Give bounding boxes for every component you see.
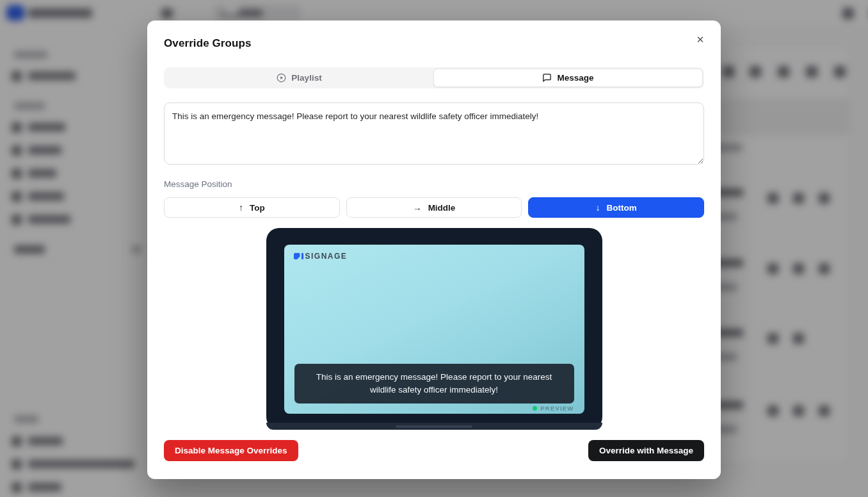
tv-frame: SIGNAGE This is an emergency message! Pl… bbox=[266, 228, 602, 430]
preview-screen: SIGNAGE This is an emergency message! Pl… bbox=[284, 245, 584, 414]
preview-badge: PREVIEW bbox=[533, 405, 574, 412]
tab-message[interactable]: Message bbox=[433, 69, 703, 87]
preview-message-text: This is an emergency message! Please rep… bbox=[314, 371, 555, 396]
pisignage-logo-text: SIGNAGE bbox=[305, 252, 348, 261]
modal-title: Override Groups bbox=[164, 37, 704, 50]
override-type-tabs: Playlist Message bbox=[164, 67, 704, 88]
position-bottom-label: Bottom bbox=[607, 203, 637, 213]
message-position-label: Message Position bbox=[164, 179, 704, 189]
app-window: Override Groups ✕ Playlist Message bbox=[0, 0, 868, 497]
message-bubble-icon bbox=[542, 73, 552, 83]
preview-badge-label: PREVIEW bbox=[540, 405, 574, 412]
arrow-up-icon: ↑ bbox=[239, 202, 243, 213]
pisignage-logo-icon bbox=[294, 253, 303, 259]
disable-message-overrides-button[interactable]: Disable Message Overrides bbox=[164, 440, 298, 461]
position-top-button[interactable]: ↑ Top bbox=[164, 197, 340, 218]
arrow-down-icon: ↓ bbox=[596, 202, 600, 213]
green-dot-icon bbox=[533, 406, 537, 411]
message-textarea[interactable]: This is an emergency message! Please rep… bbox=[164, 102, 704, 165]
position-options: ↑ Top → Middle ↓ Bottom bbox=[164, 197, 704, 218]
tab-playlist-label: Playlist bbox=[291, 73, 321, 83]
play-circle-icon bbox=[277, 73, 286, 83]
position-middle-label: Middle bbox=[428, 203, 456, 213]
tv-stand bbox=[396, 425, 472, 428]
tab-playlist[interactable]: Playlist bbox=[165, 69, 433, 87]
modal-footer: Disable Message Overrides Override with … bbox=[164, 440, 704, 461]
preview-container: SIGNAGE This is an emergency message! Pl… bbox=[164, 228, 704, 430]
position-bottom-button[interactable]: ↓ Bottom bbox=[528, 197, 704, 218]
override-with-message-button[interactable]: Override with Message bbox=[588, 440, 704, 461]
position-top-label: Top bbox=[250, 203, 265, 213]
pisignage-logo: SIGNAGE bbox=[294, 252, 348, 261]
override-groups-modal: Override Groups ✕ Playlist Message bbox=[147, 20, 721, 479]
arrow-right-icon: → bbox=[413, 202, 422, 213]
close-icon[interactable]: ✕ bbox=[693, 32, 708, 47]
tab-message-label: Message bbox=[557, 73, 593, 83]
preview-message-overlay: This is an emergency message! Please rep… bbox=[294, 364, 574, 403]
position-middle-button[interactable]: → Middle bbox=[346, 197, 522, 218]
